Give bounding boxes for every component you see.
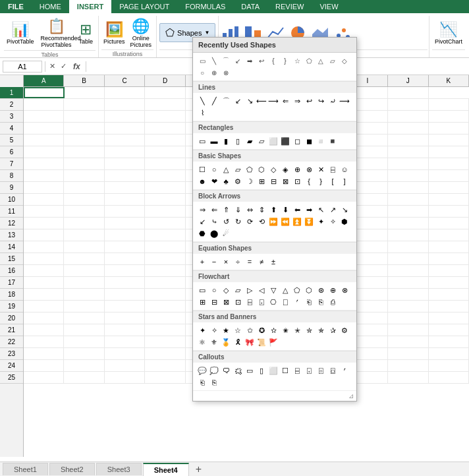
cell-D9[interactable] [145, 182, 185, 193]
shape-item[interactable]: } [280, 55, 290, 66]
shape-item[interactable]: ★ [221, 325, 231, 336]
shape-item[interactable]: ◁ [256, 285, 267, 295]
row-header-18[interactable]: 18 [0, 289, 23, 301]
shape-item[interactable]: △ [221, 164, 231, 175]
shape-item[interactable]: ⤷ [209, 216, 219, 227]
cell-C21[interactable] [105, 324, 145, 336]
cell-C1[interactable] [105, 87, 145, 98]
cell-D25[interactable] [145, 372, 185, 383]
cell-K5[interactable] [429, 134, 469, 146]
shape-item[interactable]: ◇ [221, 285, 231, 295]
cell-J20[interactable] [388, 312, 428, 324]
cell-A3[interactable] [24, 111, 64, 122]
cell-J25[interactable] [388, 372, 428, 383]
shape-item[interactable]: ☐ [197, 164, 207, 175]
cell-J13[interactable] [388, 229, 428, 241]
cell-C13[interactable] [105, 229, 145, 241]
shape-item[interactable]: ⌻ [316, 365, 326, 376]
shape-item[interactable]: ↘ [339, 204, 350, 215]
cell-D19[interactable] [145, 301, 185, 312]
cell-J24[interactable] [388, 360, 428, 371]
row-header-10[interactable]: 10 [0, 194, 23, 206]
cell-J2[interactable] [388, 99, 428, 110]
shape-item[interactable]: ⎔ [268, 297, 279, 307]
cell-J5[interactable] [388, 134, 428, 146]
shape-item[interactable]: ↪ [316, 96, 326, 106]
shape-item[interactable]: ▱ [233, 164, 243, 175]
row-header-25[interactable]: 25 [0, 372, 23, 384]
cell-C7[interactable] [105, 158, 145, 169]
cell-B11[interactable] [64, 206, 104, 217]
cell-D10[interactable] [145, 194, 185, 205]
cell-J16[interactable] [388, 265, 428, 276]
shape-item[interactable]: ⊠ [221, 297, 231, 307]
shape-item[interactable]: ↙ [233, 96, 243, 106]
shape-item[interactable]: ⬠ [244, 164, 255, 175]
shape-item[interactable]: 🚩 [268, 337, 279, 347]
cell-A17[interactable] [24, 277, 64, 288]
cell-C10[interactable] [105, 194, 145, 205]
shape-item[interactable]: ⌼ [327, 365, 338, 376]
shape-item[interactable]: ⊗ [304, 164, 314, 175]
shape-item[interactable]: ♣ [221, 176, 231, 187]
shape-item[interactable]: ⎖ [339, 365, 350, 376]
shape-item[interactable]: ▽ [268, 285, 279, 295]
cell-D11[interactable] [145, 206, 185, 217]
shape-item[interactable]: ▬ [209, 136, 219, 146]
row-header-8[interactable]: 8 [0, 170, 23, 182]
cell-D1[interactable] [145, 87, 185, 98]
shape-item[interactable]: 🎀 [244, 337, 255, 347]
online-pictures-button[interactable]: 🌐 OnlinePictures [128, 16, 154, 49]
cell-C25[interactable] [105, 372, 145, 383]
cell-K2[interactable] [429, 99, 469, 110]
shape-item[interactable]: ◻ [292, 136, 302, 146]
sheet-tab-sheet2[interactable]: Sheet2 [49, 463, 95, 475]
cell-C14[interactable] [105, 241, 145, 253]
pictures-button[interactable]: 🖼️ Pictures [101, 20, 127, 46]
shape-item[interactable]: ⇐ [280, 96, 290, 106]
shape-item[interactable]: ⊟ [268, 176, 279, 187]
cell-B24[interactable] [64, 360, 104, 371]
row-header-7[interactable]: 7 [0, 158, 23, 170]
cell-J10[interactable] [388, 194, 428, 205]
cell-A21[interactable] [24, 324, 64, 336]
shape-item[interactable]: 💭 [209, 365, 219, 376]
row-header-21[interactable]: 21 [0, 324, 23, 336]
cell-B7[interactable] [64, 158, 104, 169]
cell-A13[interactable] [24, 229, 64, 241]
shape-item[interactable]: ▭ [244, 365, 255, 376]
name-box[interactable] [3, 61, 42, 73]
shape-item[interactable]: ↘ [244, 96, 255, 106]
shape-item[interactable]: × [221, 256, 231, 267]
cell-D2[interactable] [145, 99, 185, 110]
cell-J19[interactable] [388, 301, 428, 312]
shape-item[interactable]: ◽ [316, 136, 326, 146]
shape-item[interactable]: ▮ [221, 136, 231, 146]
cell-C18[interactable] [105, 289, 145, 300]
shape-item[interactable]: ⊟ [209, 297, 219, 307]
shape-item[interactable]: ▯ [256, 365, 267, 376]
shape-item[interactable]: } [316, 176, 326, 187]
cell-J4[interactable] [388, 123, 428, 134]
tab-review[interactable]: REVIEW [267, 0, 312, 13]
shape-item[interactable]: ◼ [304, 136, 314, 146]
cell-K1[interactable] [429, 87, 469, 98]
shape-item[interactable]: ▰ [244, 136, 255, 146]
cell-B22[interactable] [64, 336, 104, 347]
shape-item[interactable]: ⟿ [339, 96, 350, 106]
shape-item[interactable]: ⬠ [304, 55, 314, 66]
tab-insert[interactable]: INSERT [69, 0, 111, 13]
cell-B1[interactable] [65, 87, 105, 98]
cell-C4[interactable] [105, 123, 145, 134]
cell-J1[interactable] [388, 87, 428, 98]
shape-item[interactable]: ⬣ [197, 228, 207, 239]
cell-A2[interactable] [24, 99, 64, 110]
shape-item[interactable]: ✯ [316, 325, 326, 336]
shape-item[interactable]: ⬅ [292, 204, 302, 215]
cell-C23[interactable] [105, 348, 145, 359]
cell-K15[interactable] [429, 253, 469, 264]
shape-item[interactable]: ✭ [292, 325, 302, 336]
shape-item[interactable]: ✫ [268, 325, 279, 336]
shape-item[interactable]: ⎗ [197, 377, 207, 388]
cell-B17[interactable] [64, 277, 104, 288]
